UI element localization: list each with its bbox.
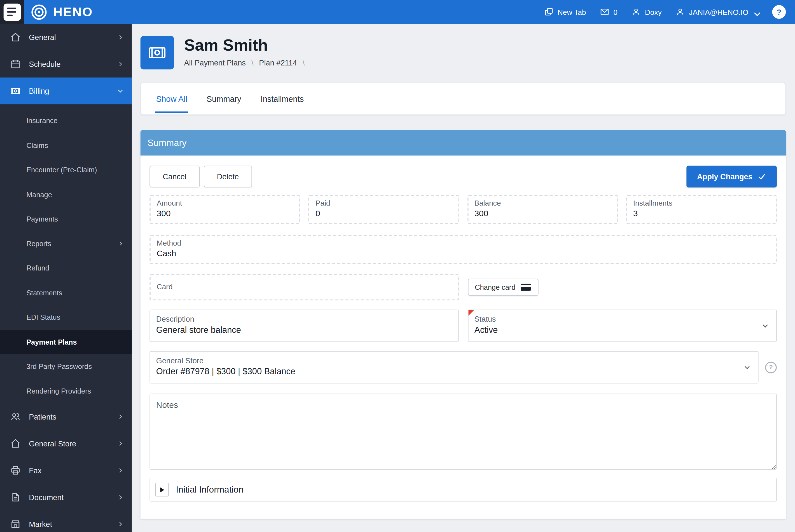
sidebar-item-schedule[interactable]: Schedule: [0, 51, 132, 77]
chevron-down-icon: [743, 364, 751, 371]
sidebar-item-general-store[interactable]: General Store: [0, 430, 132, 457]
top-bar: HENO New Tab 0 Doxy: [0, 0, 795, 24]
general-store-help-icon[interactable]: ?: [765, 361, 777, 373]
submenu-label: Statements: [26, 289, 62, 297]
summary-panel: Summary Cancel Delete Apply Changes Amou…: [141, 130, 786, 518]
notes-textarea[interactable]: [149, 394, 777, 470]
sidebar-item-reports[interactable]: Reports: [0, 231, 132, 256]
document-icon: [10, 492, 21, 502]
sidebar-item-general[interactable]: General: [0, 24, 132, 51]
sidebar-item-3rd-party-passwords[interactable]: 3rd Party Passwords: [0, 354, 132, 379]
tab-summary[interactable]: Summary: [205, 85, 242, 113]
submenu-label: Payment Plans: [26, 338, 77, 346]
description-value: General store balance: [156, 325, 452, 335]
submenu-label: Reports: [26, 240, 51, 248]
menu-button-area: [0, 0, 24, 24]
apply-changes-button[interactable]: Apply Changes: [686, 166, 777, 187]
breadcrumb: All Payment Plans \ Plan #2114 \: [184, 58, 304, 67]
chevron-right-icon: [117, 61, 124, 68]
description-label: Description: [156, 315, 452, 323]
help-icon: ?: [772, 5, 786, 19]
initial-information-label: Initial Information: [176, 484, 243, 495]
sidebar-item-manage[interactable]: Manage: [0, 182, 132, 207]
delete-button[interactable]: Delete: [204, 166, 252, 187]
description-field[interactable]: Description General store balance: [149, 310, 459, 342]
brand[interactable]: HENO: [31, 3, 93, 21]
page-header: Sam Smith All Payment Plans \ Plan #2114…: [141, 36, 786, 70]
new-tab-button[interactable]: New Tab: [544, 7, 586, 17]
card-label: Card: [157, 283, 451, 291]
card-field[interactable]: Card: [149, 274, 459, 300]
sidebar-item-label: Billing: [29, 87, 49, 95]
cancel-button[interactable]: Cancel: [149, 166, 200, 187]
user-menu[interactable]: JANIA@HENO.IO: [675, 7, 758, 17]
calendar-icon: [10, 59, 21, 69]
chevron-right-icon: [117, 440, 124, 447]
chevron-right-icon: [117, 521, 124, 528]
amount-fields-row: Amount 300 Paid 0 Balance 300 Installm: [149, 195, 777, 224]
sidebar-item-label: Patients: [29, 412, 56, 421]
breadcrumb-separator: \: [252, 58, 254, 67]
balance-field[interactable]: Balance 300: [467, 195, 618, 224]
submenu-label: Refund: [26, 264, 49, 272]
summary-panel-title: Summary: [148, 138, 186, 148]
chevron-right-icon: [117, 494, 124, 501]
sidebar-item-label: Schedule: [29, 60, 60, 69]
initial-information-section: Initial Information: [149, 478, 777, 501]
doxy-button[interactable]: Doxy: [631, 7, 662, 17]
sidebar-item-statements[interactable]: Statements: [0, 281, 132, 305]
card-row: Card Change card: [149, 274, 777, 300]
help-button[interactable]: ?: [772, 5, 786, 19]
balance-value: 300: [474, 209, 611, 218]
expand-toggle-button[interactable]: [155, 483, 169, 496]
breadcrumb-current: Plan #2114: [259, 58, 297, 67]
sidebar: General Schedule Billing Insurance Claim…: [0, 24, 132, 532]
sidebar-item-market[interactable]: Market: [0, 511, 132, 532]
tab-show-all[interactable]: Show All: [155, 85, 188, 113]
sidebar-item-billing[interactable]: Billing: [0, 77, 132, 104]
status-select[interactable]: Status Active: [468, 310, 777, 342]
sidebar-item-edi-status[interactable]: EDI Status: [0, 305, 132, 329]
sidebar-item-encounter-pre-claim[interactable]: Encounter (Pre-Claim): [0, 157, 132, 182]
submenu-label: Encounter (Pre-Claim): [26, 166, 97, 174]
change-card-button[interactable]: Change card: [468, 279, 538, 296]
mail-button[interactable]: 0: [599, 7, 617, 17]
amount-field[interactable]: Amount 300: [149, 195, 300, 224]
app-body: General Schedule Billing Insurance Claim…: [0, 24, 795, 532]
tab-installments[interactable]: Installments: [259, 85, 305, 113]
store-icon: [10, 438, 21, 449]
sidebar-item-document[interactable]: Document: [0, 484, 132, 511]
patients-icon: [10, 412, 21, 422]
paid-field[interactable]: Paid 0: [309, 195, 459, 224]
sidebar-item-label: Fax: [29, 466, 41, 475]
hamburger-menu-button[interactable]: [3, 3, 21, 21]
sidebar-item-refund[interactable]: Refund: [0, 256, 132, 281]
topbar-right: New Tab 0 Doxy JANIA@HENO.IO: [530, 5, 786, 19]
chevron-right-icon: [117, 467, 124, 474]
sidebar-item-payment-plans[interactable]: Payment Plans: [0, 329, 132, 354]
sidebar-item-claims[interactable]: Claims: [0, 133, 132, 157]
sidebar-item-patients[interactable]: Patients: [0, 403, 132, 430]
sidebar-item-label: Market: [29, 520, 52, 528]
sidebar-item-payments[interactable]: Payments: [0, 207, 132, 231]
brand-name: HENO: [53, 4, 93, 19]
general-store-select[interactable]: General Store Order #87978 | $300 | $300…: [149, 351, 758, 383]
mail-count-badge: 0: [613, 8, 617, 16]
status-value: Active: [474, 325, 770, 335]
sidebar-item-label: General Store: [29, 439, 76, 448]
method-field[interactable]: Method Cash: [149, 235, 777, 264]
user-icon: [675, 7, 685, 17]
installments-field[interactable]: Installments 3: [626, 195, 777, 224]
sidebar-item-rendering-providers[interactable]: Rendering Providers: [0, 379, 132, 403]
sidebar-item-fax[interactable]: Fax: [0, 457, 132, 484]
submenu-label: Claims: [26, 141, 48, 149]
doxy-label: Doxy: [645, 8, 662, 16]
sidebar-item-insurance[interactable]: Insurance: [0, 109, 132, 133]
billing-submenu: Insurance Claims Encounter (Pre-Claim) M…: [0, 104, 132, 403]
main-content: Sam Smith All Payment Plans \ Plan #2114…: [132, 24, 795, 532]
changed-field-marker: [468, 310, 474, 316]
balance-label: Balance: [474, 199, 611, 207]
action-buttons-row: Cancel Delete Apply Changes: [149, 166, 777, 187]
breadcrumb-root-link[interactable]: All Payment Plans: [184, 58, 245, 67]
submenu-label: Rendering Providers: [26, 387, 91, 395]
